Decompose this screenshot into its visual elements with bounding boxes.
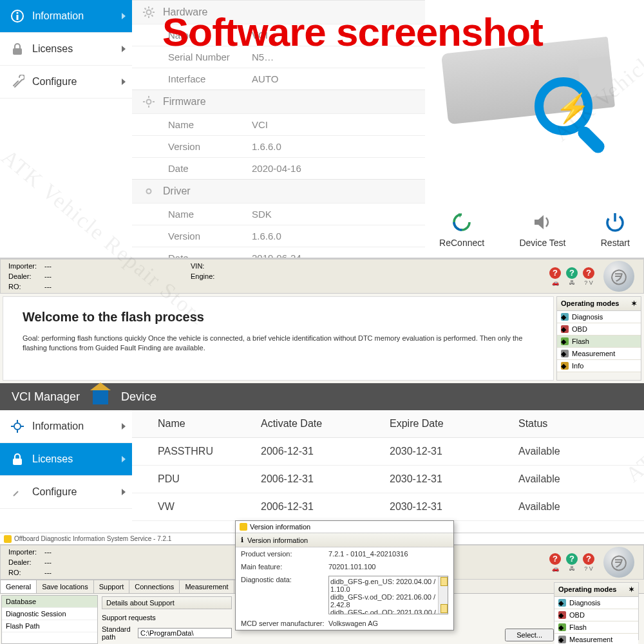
gear-icon <box>142 6 155 19</box>
vw-logo: ㋾ <box>603 547 634 578</box>
label: Diagnostic data: <box>241 576 325 614</box>
standard-path-input[interactable] <box>138 628 232 638</box>
svg-point-13 <box>147 100 151 104</box>
lock-icon <box>10 42 24 56</box>
dialog-title: Version information <box>250 523 310 531</box>
value: --- <box>44 271 52 281</box>
overlay-title: Software screenshot <box>162 9 543 55</box>
prop-row: NameVCI <box>132 113 425 135</box>
svg-point-2 <box>16 12 18 14</box>
list-item[interactable]: Diagnostic Session <box>2 608 97 620</box>
opmode-obd[interactable]: ◆OBD <box>554 609 638 621</box>
restart-button[interactable]: Restart <box>601 211 630 248</box>
label: Main feature: <box>241 563 325 571</box>
gear-icon <box>142 95 155 108</box>
prop-key: Name <box>168 209 252 220</box>
help-net-icon[interactable]: ?🖧 <box>566 553 578 572</box>
flash-goal: Goal: performing flash functions quickly… <box>23 334 534 354</box>
col-status: Status <box>512 410 644 437</box>
svg-line-11 <box>145 15 146 16</box>
flash-panel: Importer:--- Dealer:--- RO:--- VIN: Engi… <box>0 258 644 383</box>
svg-line-10 <box>151 15 153 16</box>
list-item[interactable]: Flash Path <box>2 620 97 632</box>
value: --- <box>44 261 52 271</box>
svg-rect-3 <box>13 48 22 55</box>
prop-key: Date <box>168 163 252 174</box>
refresh-icon <box>450 211 473 234</box>
list-item: didb_GFS-v.od_OD: 2021.06.00 / 2.42.8 <box>330 593 446 609</box>
help-volt-icon[interactable]: ?? V <box>583 267 594 286</box>
tab-support[interactable]: Support <box>93 580 130 593</box>
sidebar-item-configure[interactable]: Configure <box>0 476 132 509</box>
col-activate: Activate Date <box>254 410 383 437</box>
section-title: Driver <box>163 185 191 197</box>
svg-rect-1 <box>17 15 19 20</box>
value: 70201.101.100 <box>328 563 448 571</box>
table-row[interactable]: PDU2006-12-312030-12-31Available <box>132 466 644 493</box>
vw-logo: ㋾ <box>603 261 634 292</box>
list-item: didb_GFS-c.od_OD: 2021.03.00 / 2.28.4 <box>330 609 446 614</box>
wrench-icon <box>10 485 24 499</box>
label: Standard path <box>102 625 134 641</box>
help-car-icon[interactable]: ?🚗 <box>549 553 561 572</box>
value: --- <box>44 281 52 292</box>
svg-point-21 <box>14 423 21 430</box>
prop-val: AUTO <box>252 73 278 84</box>
flash-main: Welcome to the flash process Goal: perfo… <box>3 296 554 381</box>
speaker-icon <box>531 211 554 234</box>
table-row[interactable]: VW2006-12-312030-12-31Available <box>132 493 644 521</box>
tab-general[interactable]: General <box>0 580 37 593</box>
table-row[interactable]: PASSTHRU2006-12-312030-12-31Available <box>132 438 644 466</box>
opmode-flash[interactable]: ◆Flash <box>557 336 641 348</box>
help-volt-icon[interactable]: ?? V <box>583 553 594 572</box>
svg-line-12 <box>151 8 153 10</box>
prop-val: 1.6.6.0 <box>252 141 281 152</box>
sidebar-item-information[interactable]: Information <box>0 0 132 33</box>
help-car-icon[interactable]: ?🚗 <box>549 267 561 286</box>
info-bar: Importer:--- Dealer:--- RO:--- VIN: Engi… <box>0 259 644 294</box>
opmode-measurement[interactable]: ◆Measurement <box>557 348 641 360</box>
list-item[interactable]: Database <box>2 596 97 608</box>
prop-row: Version1.6.6.0 <box>132 135 425 157</box>
prop-key: Version <box>168 231 252 242</box>
opmode-info[interactable]: ◆Info <box>557 360 641 372</box>
action-label: Restart <box>601 238 630 248</box>
sidebar-item-configure[interactable]: Configure <box>0 66 132 99</box>
sidebar-item-licenses[interactable]: Licenses <box>0 33 132 66</box>
prop-key: Version <box>168 141 252 152</box>
info-col-left: Importer:--- Dealer:--- RO:--- <box>3 547 57 578</box>
opmode-measurement[interactable]: ◆Measurement <box>554 634 638 644</box>
lock-icon <box>10 452 24 466</box>
tab-measurement[interactable]: Measurement <box>179 580 234 593</box>
opmodes-header: Operating modes✶ <box>557 297 641 311</box>
scrollbar[interactable] <box>438 576 448 614</box>
sidebar-label: Configure <box>32 76 77 88</box>
diagnostic-data-list[interactable]: didb_GFS-g.en_US: 2020.04.00 / 1.10.0 di… <box>328 576 448 614</box>
select-button[interactable]: Select... <box>505 629 554 641</box>
home-icon[interactable] <box>93 389 108 404</box>
gear-icon <box>10 419 24 433</box>
opmode-diagnosis[interactable]: ◆Diagnosis <box>554 597 638 609</box>
sidebar-item-licenses[interactable]: Licenses <box>0 443 132 476</box>
tab-save[interactable]: Save locations <box>36 580 94 593</box>
value: 7.2.1 - 0101_4-20210316 <box>328 550 448 558</box>
info-col-mid: VIN: Engine: <box>185 261 228 292</box>
sidebar: Information Licenses Configure <box>0 410 132 533</box>
opmode-diagnosis[interactable]: ◆Diagnosis <box>557 311 641 323</box>
prop-key: Interface <box>168 73 252 84</box>
vci-titlebar: VCI Manager Device <box>0 383 644 410</box>
action-label: ReConnect <box>439 238 484 248</box>
support-requests-label: Support requests <box>102 612 232 623</box>
opmode-flash[interactable]: ◆Flash <box>554 621 638 634</box>
help-net-icon[interactable]: ?🖧 <box>566 267 578 286</box>
label: VIN: <box>191 261 223 271</box>
reconnect-button[interactable]: ReConnect <box>439 211 484 248</box>
action-label: Device Test <box>519 238 565 248</box>
section-firmware: Firmware <box>132 90 425 113</box>
devicetest-button[interactable]: Device Test <box>519 211 565 248</box>
prop-val: SDK <box>252 209 272 220</box>
sidebar-item-information[interactable]: Information <box>0 410 132 443</box>
tab-connections[interactable]: Connections <box>129 580 180 593</box>
prop-row: InterfaceAUTO <box>132 68 425 90</box>
opmode-obd[interactable]: ◆OBD <box>557 323 641 336</box>
